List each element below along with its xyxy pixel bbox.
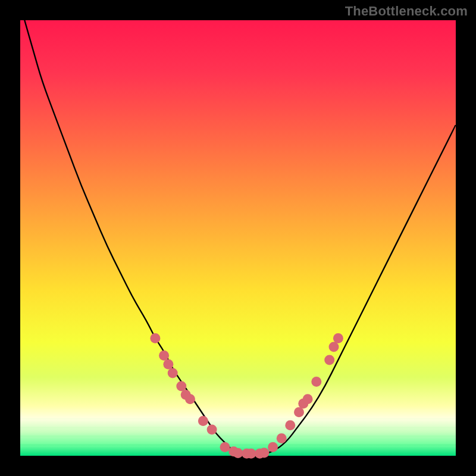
curve-marker: [268, 442, 278, 452]
bottleneck-chart: [0, 0, 476, 476]
curve-marker: [163, 359, 173, 369]
curve-marker: [150, 333, 160, 343]
curve-marker: [246, 449, 256, 459]
curve-marker: [159, 350, 169, 361]
curve-marker: [220, 442, 230, 452]
watermark-text: TheBottleneck.com: [345, 4, 468, 19]
curve-marker: [311, 377, 321, 387]
curve-marker: [233, 448, 243, 458]
curve-marker: [185, 394, 195, 404]
curve-marker: [324, 355, 334, 365]
curve-marker: [277, 433, 287, 443]
chart-frame: TheBottleneck.com: [0, 0, 476, 476]
curve-marker: [176, 381, 186, 391]
curve-marker: [168, 368, 178, 378]
curve-marker: [294, 407, 304, 417]
curve-marker: [198, 416, 208, 426]
curve-marker: [333, 333, 343, 343]
curve-marker: [285, 420, 295, 430]
plot-area: [20, 20, 456, 456]
curve-marker: [329, 342, 339, 352]
curve-marker: [259, 447, 269, 458]
curve-marker: [207, 425, 217, 435]
curve-marker: [303, 394, 313, 404]
